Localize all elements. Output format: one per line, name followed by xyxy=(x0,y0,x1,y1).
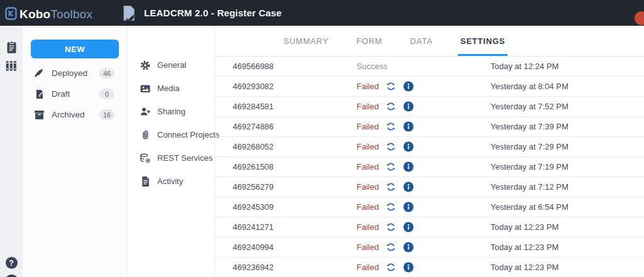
new-button[interactable]: NEW xyxy=(31,40,119,58)
retry-icon[interactable] xyxy=(386,242,396,253)
settings-nav-label: General xyxy=(157,60,186,70)
count-badge: 46 xyxy=(99,68,114,79)
submission-id: 469261508 xyxy=(215,162,357,171)
settings-nav-item[interactable]: Media xyxy=(128,77,214,100)
status-text: Failed xyxy=(357,142,379,151)
log-row: 469241271 Failed Today at 12:23 PM xyxy=(215,217,644,237)
info-icon[interactable] xyxy=(403,81,414,92)
log-row: 469274886 Failed Yesterday at 7:39 PM xyxy=(215,117,644,137)
tab-label: SUMMARY xyxy=(284,36,329,46)
info-icon[interactable] xyxy=(403,141,414,152)
tab-label: DATA xyxy=(410,36,433,46)
log-date: Today at 12:23 PM xyxy=(491,242,644,252)
library-icon[interactable] xyxy=(0,57,23,75)
retry-icon[interactable] xyxy=(386,81,396,92)
log-row: 469284581 Failed Yesterday at 7:52 PM xyxy=(215,97,644,117)
settings-nav-item[interactable]: Connect Projects xyxy=(128,123,214,146)
settings-nav-label: Sharing xyxy=(157,107,186,116)
status-cell: Failed xyxy=(357,242,491,253)
info-icon[interactable] xyxy=(403,222,414,232)
status-text: Failed xyxy=(357,182,379,192)
settings-nav-label: REST Services xyxy=(157,153,213,163)
retry-icon[interactable] xyxy=(386,262,396,273)
log-row: 469268052 Failed Yesterday at 7:29 PM xyxy=(215,137,644,157)
paperclip-icon xyxy=(140,129,151,141)
status-cell: Failed xyxy=(357,262,491,273)
submission-id: 469256279 xyxy=(215,182,357,192)
settings-nav-item[interactable]: Sharing xyxy=(128,100,214,123)
settings-nav-label: Media xyxy=(157,84,179,93)
status-cell: Failed xyxy=(357,121,491,132)
project-tab[interactable]: DATA xyxy=(410,26,433,56)
status-cell: Failed xyxy=(357,202,491,212)
activity-icon xyxy=(140,176,151,187)
archive-icon xyxy=(34,109,45,120)
status-cell: Failed xyxy=(357,182,491,192)
status-text: Failed xyxy=(357,242,379,252)
left-icon-rail: ? xyxy=(0,26,23,277)
kobo-logo-icon xyxy=(5,7,17,20)
info-icon[interactable] xyxy=(403,202,414,212)
log-date: Today at 12:23 PM xyxy=(491,263,644,272)
status-text: Failed xyxy=(357,222,379,232)
status-cell: Failed xyxy=(357,101,491,112)
info-icon[interactable] xyxy=(403,161,414,172)
count-badge: 16 xyxy=(99,109,114,120)
retry-icon[interactable] xyxy=(386,101,396,112)
submission-id: 469566988 xyxy=(215,62,357,71)
info-icon[interactable] xyxy=(403,182,414,192)
settings-nav-label: Connect Projects xyxy=(157,130,219,139)
retry-icon[interactable] xyxy=(386,222,396,232)
notification-dot[interactable] xyxy=(635,11,644,25)
log-date: Yesterday at 7:12 PM xyxy=(491,182,644,192)
projects-icon[interactable] xyxy=(0,38,23,57)
info-icon[interactable] xyxy=(403,101,414,112)
project-tab[interactable]: FORM xyxy=(356,26,382,56)
settings-nav-item[interactable]: General xyxy=(128,53,214,77)
count-badge: 0 xyxy=(99,89,114,99)
log-row: 469245309 Failed Yesterday at 6:54 PM xyxy=(215,197,644,217)
log-date: Yesterday at 7:52 PM xyxy=(491,102,644,111)
submission-id: 469268052 xyxy=(215,142,357,151)
info-icon[interactable] xyxy=(403,242,414,253)
person-add-icon xyxy=(140,106,151,117)
retry-icon[interactable] xyxy=(386,202,396,212)
status-cell: Failed xyxy=(357,81,491,92)
projects-sidebar: NEW Deployed 46 Draft 0 Archived xyxy=(23,26,126,277)
sidebar-filter-item[interactable]: Draft 0 xyxy=(23,84,126,104)
submission-id: 469240994 xyxy=(215,242,357,252)
project-title: LEADCRM 2.0 - Register Case xyxy=(144,8,282,18)
info-icon[interactable] xyxy=(403,121,414,132)
info-icon[interactable] xyxy=(403,262,414,273)
status-cell: Failed xyxy=(357,161,491,172)
image-icon xyxy=(140,83,151,94)
kobotoolbox-app: KoboToolbox LEADCRM 2.0 - Register Case … xyxy=(0,0,644,277)
retry-icon[interactable] xyxy=(386,161,396,172)
draft-icon xyxy=(34,89,45,99)
retry-icon[interactable] xyxy=(386,141,396,152)
sidebar-filter-item[interactable]: Archived 16 xyxy=(23,104,126,125)
project-tab[interactable]: SETTINGS xyxy=(460,26,505,56)
kobotoolbox-logo[interactable]: KoboToolbox xyxy=(5,5,92,21)
help-icon[interactable]: ? xyxy=(6,257,18,269)
rest-services-icon xyxy=(140,153,151,164)
status-cell: Failed xyxy=(357,141,491,152)
status-text: Success xyxy=(357,62,387,71)
gear-icon xyxy=(140,60,151,71)
rocket-icon xyxy=(34,68,45,79)
settings-nav-item[interactable]: REST Services xyxy=(128,146,214,170)
user-avatar[interactable] xyxy=(5,274,18,277)
retry-icon[interactable] xyxy=(386,121,396,132)
status-text: Failed xyxy=(357,102,379,111)
retry-icon[interactable] xyxy=(386,182,396,192)
settings-nav-item[interactable]: Activity xyxy=(128,170,214,193)
sidebar-filter-label: Archived xyxy=(52,110,85,119)
project-tab[interactable]: SUMMARY xyxy=(284,26,329,56)
log-row: 469293082 Failed Yesterday at 8:04 PM xyxy=(215,77,644,97)
sidebar-filter-label: Draft xyxy=(52,89,70,99)
submission-id: 469274886 xyxy=(215,122,357,131)
log-date: Yesterday at 6:54 PM xyxy=(491,202,644,212)
brand-text-light: Toolbox xyxy=(50,8,92,21)
sidebar-filter-item[interactable]: Deployed 46 xyxy=(23,63,126,84)
submission-id: 469245309 xyxy=(215,202,357,212)
